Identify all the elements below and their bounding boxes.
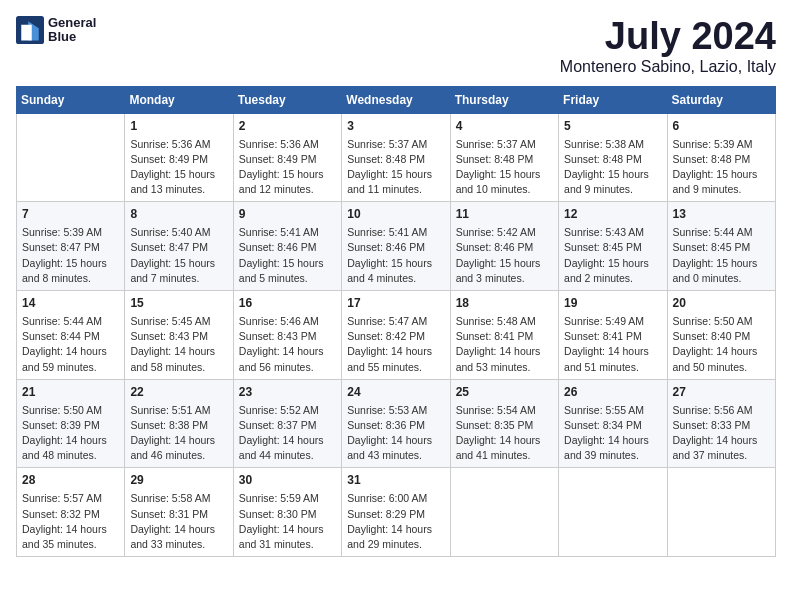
title-area: July 2024 Montenero Sabino, Lazio, Italy — [560, 16, 776, 76]
day-info: Sunrise: 5:52 AM Sunset: 8:37 PM Dayligh… — [239, 403, 336, 464]
calendar-cell-w5-d6 — [559, 468, 667, 557]
col-tuesday: Tuesday — [233, 86, 341, 113]
col-wednesday: Wednesday — [342, 86, 450, 113]
calendar-cell-w2-d7: 13Sunrise: 5:44 AM Sunset: 8:45 PM Dayli… — [667, 202, 775, 291]
day-number: 25 — [456, 384, 553, 401]
day-number: 21 — [22, 384, 119, 401]
calendar-cell-w3-d1: 14Sunrise: 5:44 AM Sunset: 8:44 PM Dayli… — [17, 291, 125, 380]
calendar-cell-w1-d2: 1Sunrise: 5:36 AM Sunset: 8:49 PM Daylig… — [125, 113, 233, 202]
calendar-cell-w4-d7: 27Sunrise: 5:56 AM Sunset: 8:33 PM Dayli… — [667, 379, 775, 468]
calendar-cell-w4-d6: 26Sunrise: 5:55 AM Sunset: 8:34 PM Dayli… — [559, 379, 667, 468]
day-info: Sunrise: 5:44 AM Sunset: 8:45 PM Dayligh… — [673, 225, 770, 286]
day-number: 14 — [22, 295, 119, 312]
logo-line2: Blue — [48, 30, 96, 44]
day-number: 30 — [239, 472, 336, 489]
calendar-cell-w3-d6: 19Sunrise: 5:49 AM Sunset: 8:41 PM Dayli… — [559, 291, 667, 380]
calendar-cell-w2-d5: 11Sunrise: 5:42 AM Sunset: 8:46 PM Dayli… — [450, 202, 558, 291]
calendar-cell-w1-d1 — [17, 113, 125, 202]
col-monday: Monday — [125, 86, 233, 113]
col-thursday: Thursday — [450, 86, 558, 113]
day-info: Sunrise: 5:39 AM Sunset: 8:48 PM Dayligh… — [673, 137, 770, 198]
month-title: July 2024 — [560, 16, 776, 58]
day-info: Sunrise: 5:41 AM Sunset: 8:46 PM Dayligh… — [239, 225, 336, 286]
day-info: Sunrise: 5:38 AM Sunset: 8:48 PM Dayligh… — [564, 137, 661, 198]
logo-line1: General — [48, 16, 96, 30]
day-info: Sunrise: 5:53 AM Sunset: 8:36 PM Dayligh… — [347, 403, 444, 464]
calendar-cell-w2-d1: 7Sunrise: 5:39 AM Sunset: 8:47 PM Daylig… — [17, 202, 125, 291]
day-number: 19 — [564, 295, 661, 312]
day-number: 8 — [130, 206, 227, 223]
day-number: 18 — [456, 295, 553, 312]
col-sunday: Sunday — [17, 86, 125, 113]
calendar-table: Sunday Monday Tuesday Wednesday Thursday… — [16, 86, 776, 557]
day-number: 10 — [347, 206, 444, 223]
calendar-cell-w2-d6: 12Sunrise: 5:43 AM Sunset: 8:45 PM Dayli… — [559, 202, 667, 291]
calendar-cell-w3-d5: 18Sunrise: 5:48 AM Sunset: 8:41 PM Dayli… — [450, 291, 558, 380]
calendar-cell-w1-d4: 3Sunrise: 5:37 AM Sunset: 8:48 PM Daylig… — [342, 113, 450, 202]
day-number: 1 — [130, 118, 227, 135]
day-number: 31 — [347, 472, 444, 489]
day-number: 22 — [130, 384, 227, 401]
logo-icon — [16, 16, 44, 44]
day-number: 29 — [130, 472, 227, 489]
day-info: Sunrise: 5:55 AM Sunset: 8:34 PM Dayligh… — [564, 403, 661, 464]
day-number: 17 — [347, 295, 444, 312]
day-info: Sunrise: 5:42 AM Sunset: 8:46 PM Dayligh… — [456, 225, 553, 286]
day-number: 4 — [456, 118, 553, 135]
day-number: 15 — [130, 295, 227, 312]
day-number: 20 — [673, 295, 770, 312]
day-number: 12 — [564, 206, 661, 223]
logo: General Blue — [16, 16, 96, 45]
calendar-cell-w4-d4: 24Sunrise: 5:53 AM Sunset: 8:36 PM Dayli… — [342, 379, 450, 468]
day-info: Sunrise: 5:37 AM Sunset: 8:48 PM Dayligh… — [456, 137, 553, 198]
col-friday: Friday — [559, 86, 667, 113]
day-info: Sunrise: 5:36 AM Sunset: 8:49 PM Dayligh… — [239, 137, 336, 198]
calendar-cell-w3-d4: 17Sunrise: 5:47 AM Sunset: 8:42 PM Dayli… — [342, 291, 450, 380]
day-number: 6 — [673, 118, 770, 135]
calendar-cell-w5-d7 — [667, 468, 775, 557]
calendar-cell-w3-d3: 16Sunrise: 5:46 AM Sunset: 8:43 PM Dayli… — [233, 291, 341, 380]
calendar-cell-w4-d3: 23Sunrise: 5:52 AM Sunset: 8:37 PM Dayli… — [233, 379, 341, 468]
day-number: 16 — [239, 295, 336, 312]
calendar-cell-w2-d2: 8Sunrise: 5:40 AM Sunset: 8:47 PM Daylig… — [125, 202, 233, 291]
col-saturday: Saturday — [667, 86, 775, 113]
day-info: Sunrise: 5:41 AM Sunset: 8:46 PM Dayligh… — [347, 225, 444, 286]
logo-text: General Blue — [48, 16, 96, 45]
day-info: Sunrise: 5:49 AM Sunset: 8:41 PM Dayligh… — [564, 314, 661, 375]
location-title: Montenero Sabino, Lazio, Italy — [560, 58, 776, 76]
calendar-cell-w2-d4: 10Sunrise: 5:41 AM Sunset: 8:46 PM Dayli… — [342, 202, 450, 291]
day-number: 7 — [22, 206, 119, 223]
day-info: Sunrise: 5:47 AM Sunset: 8:42 PM Dayligh… — [347, 314, 444, 375]
day-number: 5 — [564, 118, 661, 135]
day-number: 28 — [22, 472, 119, 489]
day-info: Sunrise: 5:36 AM Sunset: 8:49 PM Dayligh… — [130, 137, 227, 198]
day-info: Sunrise: 5:57 AM Sunset: 8:32 PM Dayligh… — [22, 491, 119, 552]
calendar-cell-w5-d4: 31Sunrise: 6:00 AM Sunset: 8:29 PM Dayli… — [342, 468, 450, 557]
week-row-5: 28Sunrise: 5:57 AM Sunset: 8:32 PM Dayli… — [17, 468, 776, 557]
calendar-cell-w4-d1: 21Sunrise: 5:50 AM Sunset: 8:39 PM Dayli… — [17, 379, 125, 468]
calendar-cell-w5-d2: 29Sunrise: 5:58 AM Sunset: 8:31 PM Dayli… — [125, 468, 233, 557]
day-info: Sunrise: 5:50 AM Sunset: 8:40 PM Dayligh… — [673, 314, 770, 375]
day-info: Sunrise: 5:39 AM Sunset: 8:47 PM Dayligh… — [22, 225, 119, 286]
calendar-cell-w4-d5: 25Sunrise: 5:54 AM Sunset: 8:35 PM Dayli… — [450, 379, 558, 468]
calendar-cell-w3-d2: 15Sunrise: 5:45 AM Sunset: 8:43 PM Dayli… — [125, 291, 233, 380]
day-info: Sunrise: 5:59 AM Sunset: 8:30 PM Dayligh… — [239, 491, 336, 552]
day-number: 24 — [347, 384, 444, 401]
day-number: 23 — [239, 384, 336, 401]
day-number: 11 — [456, 206, 553, 223]
day-info: Sunrise: 5:40 AM Sunset: 8:47 PM Dayligh… — [130, 225, 227, 286]
week-row-4: 21Sunrise: 5:50 AM Sunset: 8:39 PM Dayli… — [17, 379, 776, 468]
day-info: Sunrise: 5:48 AM Sunset: 8:41 PM Dayligh… — [456, 314, 553, 375]
calendar-cell-w1-d5: 4Sunrise: 5:37 AM Sunset: 8:48 PM Daylig… — [450, 113, 558, 202]
calendar-cell-w4-d2: 22Sunrise: 5:51 AM Sunset: 8:38 PM Dayli… — [125, 379, 233, 468]
calendar-cell-w2-d3: 9Sunrise: 5:41 AM Sunset: 8:46 PM Daylig… — [233, 202, 341, 291]
day-info: Sunrise: 5:37 AM Sunset: 8:48 PM Dayligh… — [347, 137, 444, 198]
day-info: Sunrise: 5:54 AM Sunset: 8:35 PM Dayligh… — [456, 403, 553, 464]
week-row-2: 7Sunrise: 5:39 AM Sunset: 8:47 PM Daylig… — [17, 202, 776, 291]
day-number: 13 — [673, 206, 770, 223]
calendar-cell-w1-d6: 5Sunrise: 5:38 AM Sunset: 8:48 PM Daylig… — [559, 113, 667, 202]
day-info: Sunrise: 5:45 AM Sunset: 8:43 PM Dayligh… — [130, 314, 227, 375]
day-info: Sunrise: 5:44 AM Sunset: 8:44 PM Dayligh… — [22, 314, 119, 375]
day-info: Sunrise: 5:50 AM Sunset: 8:39 PM Dayligh… — [22, 403, 119, 464]
svg-marker-2 — [21, 25, 32, 41]
